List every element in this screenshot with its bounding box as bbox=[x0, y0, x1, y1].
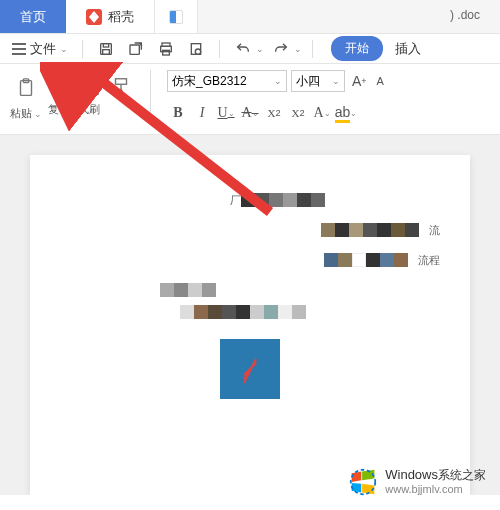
doc-text: 流 bbox=[429, 223, 440, 238]
save-icon[interactable] bbox=[93, 37, 119, 61]
watermark-main: Windows bbox=[385, 467, 438, 482]
chevron-down-icon: ⌄ bbox=[294, 44, 302, 54]
clipboard-group: 粘贴 ⌄ 复格式刷 bbox=[8, 70, 134, 124]
redo-button[interactable]: ⌄ bbox=[268, 37, 302, 61]
paste-label: 粘贴 bbox=[10, 107, 32, 119]
chevron-down-icon: ⌄ bbox=[274, 76, 282, 86]
document-title: ) .doc bbox=[450, 8, 480, 22]
tab-home-label: 首页 bbox=[20, 8, 46, 26]
svg-rect-2 bbox=[103, 49, 110, 54]
ribbon-toolbar: 粘贴 ⌄ 复格式刷 仿宋_GB2312⌄ 小四⌄ A+ A B I U⌄ A⌄ bbox=[0, 64, 500, 135]
file-menu-label: 文件 bbox=[30, 40, 56, 58]
highlight-button[interactable]: ab⌄ bbox=[335, 102, 357, 124]
tab-home[interactable]: 首页 bbox=[0, 0, 66, 33]
start-tab[interactable]: 开始 bbox=[331, 36, 383, 61]
logo-card bbox=[220, 339, 280, 399]
insert-tab-label: 插入 bbox=[395, 41, 421, 56]
divider bbox=[219, 40, 220, 58]
chevron-down-icon: ⌄ bbox=[256, 44, 264, 54]
font-size-value: 小四 bbox=[296, 73, 320, 90]
insert-tab[interactable]: 插入 bbox=[387, 40, 429, 58]
cut-icon[interactable] bbox=[48, 74, 74, 100]
menu-bar: 文件 ⌄ ⌄ ⌄ 开始 插入 bbox=[0, 34, 500, 64]
chevron-down-icon: ⌄ bbox=[60, 44, 68, 54]
underline-button[interactable]: U⌄ bbox=[215, 102, 237, 124]
docshell-icon bbox=[86, 9, 102, 25]
tab-docshell[interactable]: 稻壳 bbox=[66, 0, 155, 33]
watermark-url: www.bjjmlv.com bbox=[385, 483, 486, 496]
document-canvas[interactable]: 厂 流 流程 bbox=[0, 135, 500, 495]
svg-rect-13 bbox=[87, 83, 98, 94]
redo-icon bbox=[268, 37, 294, 61]
superscript-button[interactable]: X2 bbox=[263, 102, 285, 124]
tab-blank[interactable] bbox=[155, 0, 198, 33]
tab-bar: 首页 稻壳 bbox=[0, 0, 500, 34]
svg-rect-1 bbox=[103, 43, 108, 46]
font-size-select[interactable]: 小四⌄ bbox=[291, 70, 345, 92]
undo-icon bbox=[230, 37, 256, 61]
divider bbox=[82, 40, 83, 58]
font-name-select[interactable]: 仿宋_GB2312⌄ bbox=[167, 70, 287, 92]
subscript-button[interactable]: X2 bbox=[287, 102, 309, 124]
font-effect-button[interactable]: A⌄ bbox=[311, 102, 333, 124]
paste-icon bbox=[8, 70, 44, 106]
doc-text: 流程 bbox=[418, 253, 440, 268]
save-as-icon[interactable] bbox=[123, 37, 149, 61]
watermark-sub1: 系统之家 bbox=[438, 468, 486, 482]
blank-flag-icon bbox=[169, 10, 183, 24]
doc-text: 厂 bbox=[230, 193, 241, 208]
strikethrough-button[interactable]: A⌄ bbox=[239, 102, 261, 124]
copy-icon[interactable] bbox=[78, 74, 104, 100]
chevron-down-icon: ⌄ bbox=[32, 109, 43, 119]
svg-rect-3 bbox=[130, 45, 139, 54]
divider bbox=[312, 40, 313, 58]
copy-label: 复 bbox=[48, 102, 59, 117]
undo-button[interactable]: ⌄ bbox=[230, 37, 264, 61]
preview-icon[interactable] bbox=[183, 37, 209, 61]
font-name-value: 仿宋_GB2312 bbox=[172, 73, 247, 90]
tab-docshell-label: 稻壳 bbox=[108, 8, 134, 26]
svg-rect-14 bbox=[84, 80, 95, 91]
format-painter-icon[interactable] bbox=[108, 74, 134, 100]
print-icon[interactable] bbox=[153, 37, 179, 61]
windows-logo-icon bbox=[349, 468, 377, 496]
hamburger-icon bbox=[12, 43, 26, 55]
grow-font-button[interactable]: A+ bbox=[349, 70, 370, 92]
divider bbox=[150, 70, 151, 114]
chevron-down-icon: ⌄ bbox=[332, 76, 340, 86]
bold-button[interactable]: B bbox=[167, 102, 189, 124]
font-group: 仿宋_GB2312⌄ 小四⌄ A+ A B I U⌄ A⌄ X2 X2 A⌄ a… bbox=[167, 70, 387, 124]
paste-button[interactable]: 粘贴 ⌄ bbox=[8, 70, 44, 121]
italic-button[interactable]: I bbox=[191, 102, 213, 124]
format-painter-label: 格式刷 bbox=[67, 102, 100, 117]
svg-rect-15 bbox=[116, 79, 127, 85]
shrink-font-button[interactable]: A bbox=[374, 70, 387, 92]
watermark: Windows系统之家 www.bjjmlv.com bbox=[349, 467, 486, 496]
svg-point-8 bbox=[195, 49, 200, 54]
file-menu[interactable]: 文件 ⌄ bbox=[8, 38, 72, 60]
page: 厂 流 流程 bbox=[30, 155, 470, 495]
start-tab-label: 开始 bbox=[345, 41, 369, 55]
